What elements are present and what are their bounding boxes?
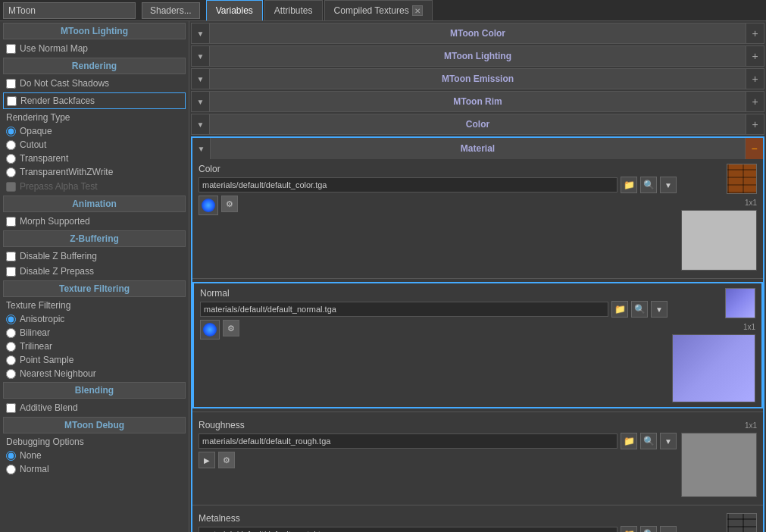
roughness-search-button[interactable]: 🔍 <box>640 433 657 449</box>
radio-point-sample-input[interactable] <box>6 355 16 365</box>
disable-z-prepass-checkbox[interactable] <box>6 267 16 277</box>
normal-action-row: ⚙ <box>200 320 668 340</box>
radio-debug-normal-input[interactable] <box>6 465 16 474</box>
group-plus-icon[interactable]: + <box>746 92 764 111</box>
group-plus-icon[interactable]: + <box>746 114 764 134</box>
additive-blend-checkbox[interactable] <box>6 403 16 413</box>
group-mtoon-emission[interactable]: ▼ MToon Emission + <box>191 68 764 89</box>
color-preview-column: 1x1 <box>681 164 757 271</box>
roughness-preview-column: 1x1 <box>681 420 757 497</box>
group-arrow-icon: ▼ <box>192 23 210 43</box>
right-panel: ▼ MToon Color + ▼ MToon Lighting + ▼ MTo… <box>189 21 766 532</box>
color-gear-button[interactable]: ⚙ <box>221 196 238 212</box>
group-mtoon-lighting[interactable]: ▼ MToon Lighting + <box>191 45 764 67</box>
metalness-path-input[interactable] <box>199 527 617 532</box>
metalness-search-button[interactable]: 🔍 <box>640 526 657 532</box>
roughness-gear-button[interactable]: ⚙ <box>218 452 235 468</box>
additive-blend-row: Additive Blend <box>0 400 189 415</box>
left-panel: MToon Lighting Use Normal Map Rendering … <box>0 21 189 532</box>
radio-anisotropic-input[interactable] <box>6 315 16 324</box>
normal-path-input[interactable] <box>200 302 608 317</box>
metalness-prop: Metalness 📁 🔍 ▼ ▶ ⚙ <box>192 509 763 532</box>
normal-prop-container: Normal 📁 🔍 ▼ ⚙ <box>194 283 761 407</box>
radio-transparent: Transparent <box>0 152 189 165</box>
section-texture-filtering: Texture Filtering <box>3 280 186 297</box>
prepass-alpha-test-checkbox <box>6 182 16 192</box>
radio-trilinear: Trilinear <box>0 340 189 353</box>
tab-compiled-textures[interactable]: Compiled Textures ✕ <box>324 0 433 20</box>
disable-z-buffering-label: Disable Z Buffering <box>20 251 97 261</box>
group-color[interactable]: ▼ Color + <box>191 114 764 135</box>
do-not-cast-shadows-checkbox[interactable] <box>6 79 16 89</box>
color-search-button[interactable]: 🔍 <box>640 177 657 193</box>
prop-divider <box>192 412 763 412</box>
radio-debug-none-input[interactable] <box>6 451 16 461</box>
use-normal-map-checkbox[interactable] <box>6 44 16 54</box>
roughness-arrow-button[interactable]: ▶ <box>199 452 215 468</box>
color-prop-label: Color <box>199 164 677 174</box>
radio-nearest-neighbour-input[interactable] <box>6 369 16 379</box>
normal-dropdown-button[interactable]: ▼ <box>651 301 668 318</box>
group-plus-icon[interactable]: + <box>746 69 764 89</box>
tab-variables[interactable]: Variables <box>206 0 263 20</box>
shaders-button[interactable]: Shaders... <box>142 2 200 19</box>
do-not-cast-shadows-row: Do Not Cast Shadows <box>0 76 189 91</box>
group-mtoon-rim[interactable]: ▼ MToon Rim + <box>191 91 764 112</box>
group-mtoon-color[interactable]: ▼ MToon Color + <box>191 23 764 44</box>
color-globe-button[interactable] <box>199 196 218 215</box>
color-prop: Color 📁 🔍 ▼ ⚙ <box>192 159 763 275</box>
roughness-dropdown-button[interactable]: ▼ <box>660 433 677 449</box>
disable-z-prepass-row: Disable Z Prepass <box>0 264 189 279</box>
disable-z-prepass-label: Disable Z Prepass <box>20 266 94 277</box>
normal-globe-button[interactable] <box>200 320 220 340</box>
group-material-title: Material <box>211 143 745 154</box>
radio-transparent-input[interactable] <box>6 154 16 164</box>
radio-opaque-input[interactable] <box>6 127 16 136</box>
metalness-thumb-small <box>727 513 757 532</box>
morph-supported-checkbox[interactable] <box>6 217 16 227</box>
group-material[interactable]: ▼ Material − <box>192 138 763 159</box>
metalness-folder-button[interactable]: 📁 <box>621 526 637 532</box>
group-arrow-icon: ▼ <box>192 92 210 111</box>
tab-close-button[interactable]: ✕ <box>412 5 423 16</box>
radio-bilinear-input[interactable] <box>6 328 16 338</box>
radio-transparent-z-write-input[interactable] <box>6 167 16 177</box>
radio-opaque-label: Opaque <box>20 126 52 136</box>
group-plus-icon[interactable]: + <box>746 46 764 66</box>
radio-opaque: Opaque <box>0 124 189 138</box>
roughness-size: 1x1 <box>745 421 757 430</box>
color-dropdown-button[interactable]: ▼ <box>660 177 677 193</box>
group-mtoon-lighting-title: MToon Lighting <box>210 51 746 61</box>
disable-z-buffering-checkbox[interactable] <box>6 252 16 261</box>
disable-z-buffering-row: Disable Z Buffering <box>0 249 189 264</box>
radio-cutout-input[interactable] <box>6 140 16 150</box>
section-mtoon-lighting: MToon Lighting <box>3 23 186 39</box>
normal-gear-button[interactable]: ⚙ <box>223 320 239 336</box>
radio-trilinear-input[interactable] <box>6 342 16 352</box>
radio-debug-none: None <box>0 449 189 462</box>
group-plus-icon[interactable]: + <box>746 23 764 43</box>
normal-folder-button[interactable]: 📁 <box>611 301 628 318</box>
radio-point-sample: Point Sample <box>0 353 189 367</box>
render-backfaces-checkbox[interactable] <box>7 96 17 106</box>
group-mtoon-rim-title: MToon Rim <box>210 96 746 107</box>
section-blending: Blending <box>3 382 186 399</box>
radio-transparent-label: Transparent <box>20 153 68 164</box>
group-arrow-icon: ▼ <box>192 138 211 159</box>
roughness-folder-button[interactable]: 📁 <box>621 433 637 449</box>
color-path-input[interactable] <box>199 177 617 192</box>
radio-debug-normal-label: Normal <box>20 464 49 474</box>
normal-search-button[interactable]: 🔍 <box>631 301 648 318</box>
roughness-prop-label: Roughness <box>199 420 677 430</box>
roughness-path-input[interactable] <box>199 433 617 449</box>
radio-bilinear-label: Bilinear <box>20 327 50 338</box>
group-arrow-icon: ▼ <box>192 69 210 89</box>
render-backfaces-highlighted: Render Backfaces <box>3 92 186 109</box>
metalness-dropdown-button[interactable]: ▼ <box>660 526 677 532</box>
group-minus-icon[interactable]: − <box>745 138 763 159</box>
tab-attributes[interactable]: Attributes <box>264 0 323 20</box>
color-action-row: ⚙ <box>199 196 677 215</box>
color-folder-button[interactable]: 📁 <box>621 177 637 193</box>
section-animation: Animation <box>3 196 186 212</box>
debugging-options-label: Debugging Options <box>0 435 189 449</box>
